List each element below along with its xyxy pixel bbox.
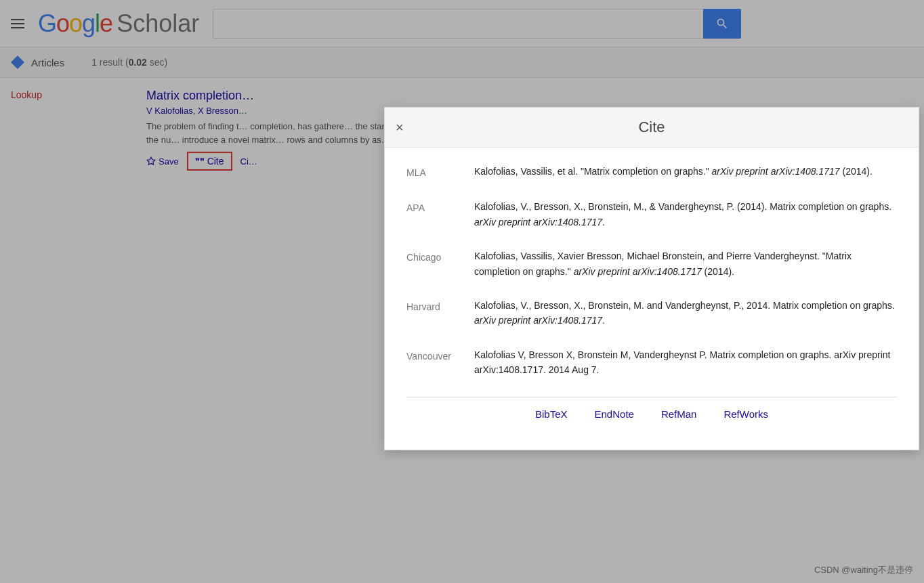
- cite-links: BibTeX EndNote RefMan RefWorks: [406, 397, 897, 433]
- cite-row-vancouver: Vancouver Kalofolias V, Bresson X, Brons…: [406, 347, 897, 378]
- cite-text-harvard: Kalofolias, V., Bresson, X., Bronstein, …: [474, 298, 897, 328]
- cite-style-harvard: Harvard: [406, 298, 474, 328]
- cite-text-chicago: Kalofolias, Vassilis, Xavier Bresson, Mi…: [474, 249, 897, 279]
- cite-style-vancouver: Vancouver: [406, 347, 474, 378]
- cite-link-refman[interactable]: RefMan: [661, 408, 697, 420]
- cite-modal: × Cite MLA Kalofolias, Vassilis, et al. …: [384, 107, 919, 450]
- cite-style-apa: APA: [406, 199, 474, 230]
- cite-text-mla: Kalofolias, Vassilis, et al. "Matrix com…: [474, 164, 897, 180]
- cite-modal-header: × Cite: [385, 108, 919, 148]
- cite-modal-title: Cite: [638, 118, 665, 136]
- cite-style-mla: MLA: [406, 164, 474, 180]
- cite-row-mla: MLA Kalofolias, Vassilis, et al. "Matrix…: [406, 164, 897, 180]
- cite-link-bibtex[interactable]: BibTeX: [535, 408, 568, 420]
- cite-text-vancouver: Kalofolias V, Bresson X, Bronstein M, Va…: [474, 347, 897, 378]
- cite-row-apa: APA Kalofolias, V., Bresson, X., Bronste…: [406, 199, 897, 230]
- cite-text-apa: Kalofolias, V., Bresson, X., Bronstein, …: [474, 199, 897, 230]
- cite-link-refworks[interactable]: RefWorks: [723, 408, 768, 420]
- cite-link-endnote[interactable]: EndNote: [595, 408, 634, 420]
- cite-style-chicago: Chicago: [406, 249, 474, 279]
- cite-modal-body: MLA Kalofolias, Vassilis, et al. "Matrix…: [385, 148, 919, 450]
- cite-row-chicago: Chicago Kalofolias, Vassilis, Xavier Bre…: [406, 249, 897, 279]
- cite-row-harvard: Harvard Kalofolias, V., Bresson, X., Bro…: [406, 298, 897, 328]
- cite-close-button[interactable]: ×: [396, 121, 404, 134]
